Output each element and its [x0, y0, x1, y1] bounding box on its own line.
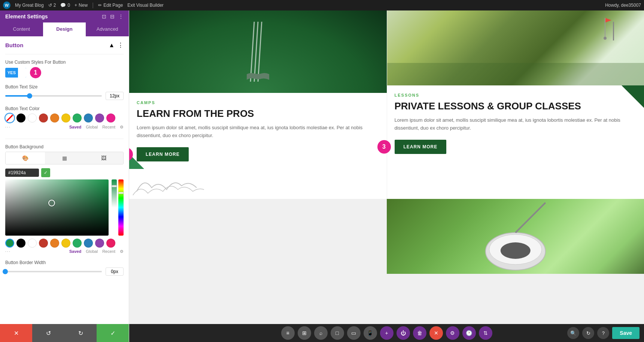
save-button[interactable]: Save [612, 327, 640, 339]
lessons-image [387, 10, 644, 85]
lessons-title: PRIVATE LESSONS & GROUP CLASSES [395, 100, 637, 112]
text-size-input[interactable] [106, 92, 124, 100]
badge-3: 3 [377, 140, 391, 154]
toolbar-settings[interactable]: ⚙ [446, 326, 459, 340]
edit-page[interactable]: ✏ Edit Page [98, 3, 123, 8]
alpha-bar[interactable] [112, 179, 117, 236]
swatch-more-btn[interactable]: ··· [5, 125, 11, 130]
toolbar-search[interactable]: ⌕ [314, 326, 328, 340]
color-settings-icon-2[interactable]: ⚙ [120, 249, 124, 254]
site-name[interactable]: My Great Blog [15, 3, 44, 8]
updates[interactable]: ↺ 2 [48, 3, 56, 8]
toolbar-square[interactable]: ▭ [347, 326, 361, 340]
bottom-swatch-red[interactable] [39, 239, 48, 248]
swatch-pink[interactable] [106, 114, 115, 122]
text-color-field: Button Text Color ··· Saved Globa [5, 106, 124, 139]
svg-line-2 [515, 203, 545, 233]
lessons-learn-more[interactable]: LEARN MORE [395, 140, 447, 154]
camps-learn-more[interactable]: LEARN MORE [137, 147, 189, 161]
bottom-swatch-green[interactable] [73, 239, 82, 248]
swatch-purple[interactable] [95, 114, 104, 122]
hue-bar[interactable] [118, 179, 124, 236]
camps-tag: CAMPS [137, 100, 379, 105]
color-settings-icon[interactable]: ⚙ [120, 125, 124, 130]
cancel-button[interactable]: ✕ [0, 324, 32, 342]
more-icon[interactable]: ⋮ [118, 13, 124, 19]
swatch-yellow[interactable] [61, 114, 70, 122]
saved-tab[interactable]: Saved [69, 125, 81, 130]
tab-design[interactable]: Design [43, 22, 86, 36]
recent-tab[interactable]: Recent [102, 125, 115, 130]
collapse-icon[interactable]: ▲ [109, 42, 115, 49]
bottom-swatch-white[interactable] [28, 239, 37, 248]
toolbar-help[interactable]: ? [597, 327, 609, 339]
hue-thumb[interactable] [118, 192, 124, 194]
bottom-swatch-purple[interactable] [95, 239, 104, 248]
redo-button[interactable]: ↻ [64, 324, 97, 342]
border-width-input[interactable] [106, 267, 124, 276]
toolbar-zoom[interactable]: 🔍 [567, 327, 579, 339]
bg-type-tabs: 🎨 ▦ 🖼 [5, 152, 124, 164]
camps-title: LEARN FROM THE PROS [137, 108, 379, 119]
toolbar-menu[interactable]: ≡ [281, 326, 295, 340]
swatch-transparent[interactable] [5, 114, 14, 122]
color-bars [112, 179, 124, 236]
toolbar-mobile[interactable]: 📱 [364, 326, 377, 340]
bottom-swatch-blue[interactable] [84, 239, 93, 248]
toolbar-layout[interactable]: ⊞ [298, 326, 311, 340]
fullscreen-icon[interactable]: ⊡ [102, 13, 106, 19]
color-picker: ✓ [5, 168, 124, 254]
bottom-toolbar: ≡ ⊞ ⌕ □ ▭ 📱 + ⏻ 🗑 ✕ ⚙ 🕐 ⇅ 🔍 ↻ ? Save [129, 324, 644, 342]
exit-builder[interactable]: Exit Visual Builder [127, 3, 164, 8]
lessons-text: Lorem ipsum dolor sit amet, mollis susci… [395, 116, 637, 132]
toolbar-sort[interactable]: ⇅ [479, 326, 492, 340]
bg-tab-gradient[interactable]: ▦ [45, 152, 84, 164]
toolbar-add[interactable]: + [380, 326, 394, 340]
alpha-thumb[interactable] [112, 185, 117, 187]
swatch-blue[interactable] [84, 114, 93, 122]
panel-body: Button ▲ ⋮ Use Custom Styles For Button … [0, 36, 129, 324]
toolbar-close[interactable]: ✕ [429, 326, 443, 340]
global-tab-2[interactable]: Global [86, 249, 98, 254]
reset-button[interactable]: ↺ [32, 324, 64, 342]
recent-tab-2[interactable]: Recent [102, 249, 115, 254]
bottom-swatch-yellow[interactable] [61, 239, 70, 248]
global-tab[interactable]: Global [86, 125, 98, 130]
bg-tab-image[interactable]: 🖼 [84, 152, 123, 164]
toolbar-history[interactable]: 🕐 [462, 326, 476, 340]
background-field: Button Background 🎨 ▦ 🖼 [5, 144, 124, 254]
swatch-more-btn-2[interactable]: ··· [5, 249, 11, 254]
tab-advanced[interactable]: Advanced [86, 22, 129, 36]
wp-logo[interactable]: W [3, 1, 10, 9]
columns-icon[interactable]: ⊟ [110, 13, 115, 19]
comments[interactable]: 💬 0 [60, 3, 70, 8]
saved-tab-2[interactable]: Saved [69, 249, 81, 254]
swatch-white[interactable] [28, 114, 37, 122]
toolbar-trash[interactable]: 🗑 [413, 326, 426, 340]
bg-tab-color[interactable]: 🎨 [6, 152, 45, 164]
svg-point-3 [500, 242, 530, 259]
border-width-slider[interactable] [5, 271, 102, 272]
bottom-swatch-active[interactable] [5, 239, 14, 248]
bottom-swatch-black[interactable] [16, 239, 25, 248]
bottom-swatch-eraser[interactable] [106, 239, 115, 248]
section-more-icon[interactable]: ⋮ [118, 42, 124, 49]
toolbar-desktop[interactable]: □ [331, 326, 344, 340]
swatch-red[interactable] [39, 114, 48, 122]
text-size-slider[interactable] [5, 95, 102, 97]
custom-styles-toggle[interactable]: YES [5, 68, 26, 78]
bottom-swatch-orange[interactable] [50, 239, 59, 248]
toolbar-power[interactable]: ⏻ [397, 326, 410, 340]
hex-input[interactable] [5, 169, 39, 177]
panel-tabs: Content Design Advanced [0, 22, 129, 36]
spectrum-thumb[interactable] [48, 200, 55, 206]
color-spectrum[interactable] [5, 179, 109, 236]
confirm-button[interactable]: ✓ [97, 324, 129, 342]
new-button[interactable]: + New [75, 3, 88, 8]
swatch-green[interactable] [73, 114, 82, 122]
hex-confirm-btn[interactable]: ✓ [41, 168, 50, 177]
swatch-black[interactable] [16, 114, 25, 122]
toolbar-refresh[interactable]: ↻ [582, 327, 594, 339]
tab-content[interactable]: Content [0, 22, 43, 36]
swatch-orange[interactable] [50, 114, 59, 122]
